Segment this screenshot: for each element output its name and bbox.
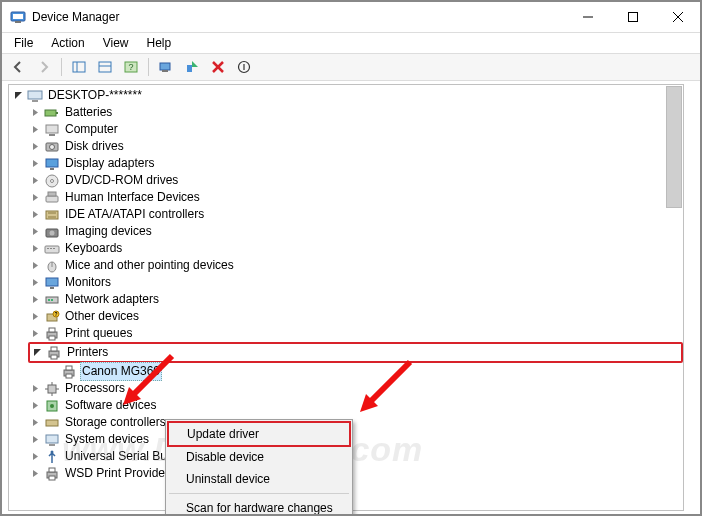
tree-node-ide[interactable]: IDE ATA/ATAPI controllers xyxy=(30,206,683,223)
expand-icon[interactable] xyxy=(30,175,41,186)
tree-node-system-devices[interactable]: System devices xyxy=(30,431,683,448)
svg-rect-32 xyxy=(46,196,58,202)
update-button[interactable] xyxy=(154,55,178,79)
svg-rect-45 xyxy=(46,278,58,286)
tree-node-keyboards[interactable]: Keyboards xyxy=(30,240,683,257)
tree-node-display-adapters[interactable]: Display adapters xyxy=(30,155,683,172)
help-icon: ? xyxy=(124,60,138,74)
forward-button[interactable] xyxy=(32,55,56,79)
expand-icon[interactable] xyxy=(30,417,41,428)
node-label: System devices xyxy=(63,431,151,448)
svg-rect-24 xyxy=(46,125,58,133)
keyboard-icon xyxy=(44,241,60,257)
enable-button[interactable] xyxy=(180,55,204,79)
disable-button[interactable] xyxy=(206,55,230,79)
client-area: DESKTOP-******* Batteries Computer Disk … xyxy=(2,81,700,514)
expand-icon[interactable] xyxy=(30,243,41,254)
minimize-button[interactable] xyxy=(565,2,610,32)
tree-node-software-devices[interactable]: Software devices xyxy=(30,397,683,414)
uninstall-button[interactable] xyxy=(232,55,256,79)
properties-button[interactable] xyxy=(93,55,117,79)
expand-icon[interactable] xyxy=(30,260,41,271)
svg-rect-60 xyxy=(66,366,72,370)
node-label: Keyboards xyxy=(63,240,124,257)
close-icon xyxy=(673,12,683,22)
tree-node-monitors[interactable]: Monitors xyxy=(30,274,683,291)
svg-rect-42 xyxy=(53,248,55,249)
tree-node-computer[interactable]: Computer xyxy=(30,121,683,138)
node-label: WSD Print Provide xyxy=(63,465,167,482)
node-label: Print queues xyxy=(63,325,134,342)
svg-rect-4 xyxy=(628,13,637,22)
show-hide-tree-button[interactable] xyxy=(67,55,91,79)
svg-rect-28 xyxy=(46,159,58,167)
expand-icon[interactable] xyxy=(30,294,41,305)
menu-view[interactable]: View xyxy=(95,34,137,52)
maximize-button[interactable] xyxy=(610,2,655,32)
node-label: Processors xyxy=(63,380,127,397)
expand-icon[interactable] xyxy=(30,311,41,322)
expand-icon[interactable] xyxy=(30,451,41,462)
expand-icon[interactable] xyxy=(30,158,41,169)
enable-icon xyxy=(185,60,199,74)
tree-node-other[interactable]: ?Other devices xyxy=(30,308,683,325)
computer-icon xyxy=(27,88,43,104)
collapse-icon[interactable] xyxy=(32,347,43,358)
close-button[interactable] xyxy=(655,2,700,32)
tree-node-canon[interactable]: Canon MG360 xyxy=(47,363,683,380)
battery-icon xyxy=(44,105,60,121)
context-scan[interactable]: Scan for hardware changes xyxy=(168,497,350,514)
tree-node-processors[interactable]: Processors xyxy=(30,380,683,397)
menu-help[interactable]: Help xyxy=(139,34,180,52)
expand-icon[interactable] xyxy=(30,226,41,237)
software-icon xyxy=(44,398,60,414)
expand-icon[interactable] xyxy=(30,468,41,479)
svg-rect-48 xyxy=(48,299,50,301)
tree-root[interactable]: DESKTOP-******* xyxy=(13,87,683,104)
node-label: Computer xyxy=(63,121,120,138)
help-button[interactable]: ? xyxy=(119,55,143,79)
expand-icon[interactable] xyxy=(30,277,41,288)
context-disable-device[interactable]: Disable device xyxy=(168,446,350,468)
mouse-icon xyxy=(44,258,60,274)
expand-icon[interactable] xyxy=(30,209,41,220)
expand-icon[interactable] xyxy=(30,328,41,339)
controller-icon xyxy=(44,207,60,223)
tree-node-mice[interactable]: Mice and other pointing devices xyxy=(30,257,683,274)
expand-icon[interactable] xyxy=(30,107,41,118)
node-label: IDE ATA/ATAPI controllers xyxy=(63,206,206,223)
tree-node-hid[interactable]: Human Interface Devices xyxy=(30,189,683,206)
printer-icon xyxy=(44,466,60,482)
context-update-driver[interactable]: Update driver xyxy=(167,421,351,447)
expand-icon[interactable] xyxy=(30,192,41,203)
context-separator xyxy=(169,493,349,494)
svg-rect-41 xyxy=(50,248,52,249)
context-uninstall-device[interactable]: Uninstall device xyxy=(168,468,350,490)
scrollbar-thumb[interactable] xyxy=(666,86,682,208)
back-button[interactable] xyxy=(6,55,30,79)
expand-icon[interactable] xyxy=(30,434,41,445)
menu-action[interactable]: Action xyxy=(43,34,92,52)
monitor-refresh-icon xyxy=(159,60,173,74)
tree-node-storage-controllers[interactable]: Storage controllers xyxy=(30,414,683,431)
tree-root-label: DESKTOP-******* xyxy=(46,87,144,104)
tree-node-dvd[interactable]: DVD/CD-ROM drives xyxy=(30,172,683,189)
tree-node-print-queues[interactable]: Print queues xyxy=(30,325,683,342)
svg-point-72 xyxy=(51,450,54,453)
tree-node-printers[interactable]: Printers xyxy=(28,342,683,363)
expand-icon[interactable] xyxy=(30,400,41,411)
expand-icon[interactable] xyxy=(30,124,41,135)
tree-node-disk-drives[interactable]: Disk drives xyxy=(30,138,683,155)
tree-node-usb[interactable]: Universal Serial Bu xyxy=(30,448,683,465)
menu-file[interactable]: File xyxy=(6,34,41,52)
expand-icon[interactable] xyxy=(13,90,24,101)
node-label: Network adapters xyxy=(63,291,161,308)
tree-node-wsd[interactable]: WSD Print Provide xyxy=(30,465,683,482)
svg-text:?: ? xyxy=(128,62,133,72)
toolbar-separator xyxy=(148,58,149,76)
expand-icon[interactable] xyxy=(30,141,41,152)
tree-node-imaging[interactable]: Imaging devices xyxy=(30,223,683,240)
tree-node-network[interactable]: Network adapters xyxy=(30,291,683,308)
tree-node-batteries[interactable]: Batteries xyxy=(30,104,683,121)
expand-icon[interactable] xyxy=(30,383,41,394)
